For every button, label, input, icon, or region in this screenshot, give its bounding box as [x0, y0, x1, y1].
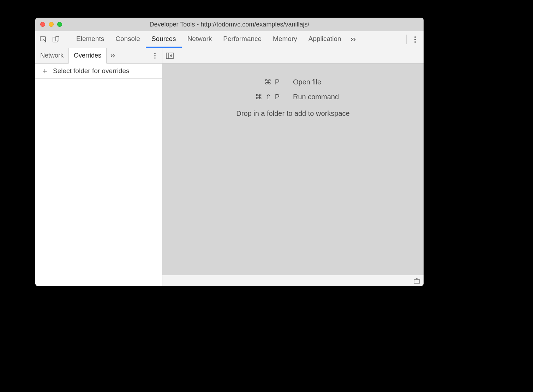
plus-icon: ＋ — [41, 67, 49, 75]
tab-label: Console — [115, 35, 140, 43]
device-toolbar-icon[interactable] — [52, 36, 60, 43]
shortcut-label: Run command — [293, 93, 385, 101]
sidebar-tab-overflow-button[interactable] — [107, 48, 119, 63]
tab-label: Overrides — [74, 52, 101, 59]
shortcut-row: ⌘ ⇧ P Run command — [201, 93, 385, 101]
sidebar-menu-button[interactable] — [148, 48, 162, 63]
tab-label: Memory — [273, 35, 297, 43]
svg-rect-11 — [414, 280, 420, 283]
zoom-window-button[interactable] — [57, 22, 62, 27]
sidebar: Network Overrides ＋ Select folder for ov… — [35, 48, 162, 286]
tab-console[interactable]: Console — [110, 31, 146, 48]
tab-performance[interactable]: Performance — [217, 31, 267, 48]
settings-menu-button[interactable] — [409, 31, 421, 48]
inspect-element-icon[interactable] — [40, 36, 47, 43]
tab-sources[interactable]: Sources — [146, 31, 182, 48]
editor-toolbar — [162, 48, 424, 64]
devtools-window: Developer Tools - http://todomvc.com/exa… — [35, 18, 424, 286]
shortcut-label: Open file — [293, 78, 385, 86]
editor-footer — [162, 275, 424, 286]
svg-point-7 — [154, 55, 156, 57]
tab-network[interactable]: Network — [182, 31, 218, 48]
editor-pane: ⌘ P Open file ⌘ ⇧ P Run command Drop in … — [162, 48, 424, 286]
content-area: Network Overrides ＋ Select folder for ov… — [35, 48, 424, 286]
svg-rect-2 — [56, 36, 59, 41]
divider — [406, 35, 407, 44]
workspace-drop-hint: Drop in a folder to add to workspace — [236, 109, 349, 118]
close-window-button[interactable] — [40, 22, 45, 27]
tab-label: Application — [309, 35, 341, 43]
window-title: Developer Tools - http://todomvc.com/exa… — [35, 21, 424, 28]
main-tablist: Elements Console Sources Network Perform… — [71, 31, 347, 48]
toolbar-left-icons — [37, 31, 64, 48]
tab-label: Network — [187, 35, 212, 43]
select-folder-for-overrides-button[interactable]: ＋ Select folder for overrides — [35, 64, 162, 79]
sidebar-tab-overrides[interactable]: Overrides — [68, 48, 107, 64]
toggle-navigator-icon[interactable] — [166, 53, 174, 59]
sidebar-tab-network[interactable]: Network — [35, 48, 68, 63]
editor-empty-state: ⌘ P Open file ⌘ ⇧ P Run command Drop in … — [162, 64, 424, 275]
tab-elements[interactable]: Elements — [71, 31, 110, 48]
console-drawer-toggle-icon[interactable] — [414, 278, 420, 284]
svg-point-5 — [414, 41, 416, 43]
tab-overflow-button[interactable] — [347, 31, 360, 48]
titlebar: Developer Tools - http://todomvc.com/exa… — [35, 18, 424, 31]
select-folder-label: Select folder for overrides — [53, 67, 130, 75]
tab-label: Sources — [151, 35, 176, 43]
shortcut-row: ⌘ P Open file — [201, 78, 385, 86]
svg-point-6 — [154, 53, 156, 54]
sidebar-tab-strip: Network Overrides — [35, 48, 162, 64]
tab-label: Performance — [223, 35, 262, 43]
svg-point-3 — [414, 36, 416, 38]
tab-application[interactable]: Application — [303, 31, 347, 48]
svg-point-8 — [154, 57, 156, 59]
shortcut-keys: ⌘ ⇧ P — [201, 93, 293, 101]
traffic-lights — [35, 22, 62, 27]
main-tab-strip: Elements Console Sources Network Perform… — [35, 31, 424, 48]
svg-rect-0 — [40, 37, 46, 41]
svg-point-4 — [414, 39, 416, 40]
tab-label: Elements — [76, 35, 104, 43]
minimize-window-button[interactable] — [49, 22, 54, 27]
shortcut-keys: ⌘ P — [201, 78, 293, 86]
tab-label: Network — [40, 52, 64, 59]
tab-memory[interactable]: Memory — [267, 31, 303, 48]
